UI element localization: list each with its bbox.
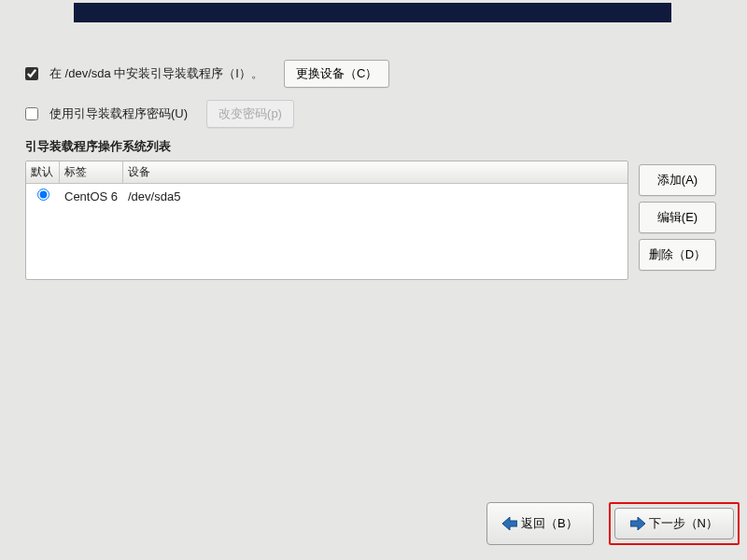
install-bootloader-checkbox[interactable]: [25, 67, 38, 80]
delete-button[interactable]: 删除（D）: [639, 239, 716, 271]
edit-button[interactable]: 编辑(E): [639, 202, 716, 233]
use-password-checkbox[interactable]: [25, 107, 38, 120]
col-device[interactable]: 设备: [123, 161, 627, 183]
back-button-label: 返回（B）: [521, 515, 578, 532]
svg-marker-0: [502, 517, 517, 530]
default-os-radio[interactable]: [37, 189, 49, 201]
next-button-highlight: 下一步（N）: [609, 502, 740, 545]
svg-marker-1: [630, 517, 645, 530]
row-default-cell: [26, 189, 60, 203]
use-password-row: 使用引导装载程序密码(U) 改变密码(p): [25, 100, 294, 128]
os-list-table: 默认 标签 设备 CentOS 6 /dev/sda5: [25, 161, 628, 280]
add-button[interactable]: 添加(A): [639, 164, 716, 196]
back-button[interactable]: 返回（B）: [486, 502, 594, 545]
row-device-cell: /dev/sda5: [123, 189, 627, 203]
change-password-button: 改变密码(p): [206, 100, 294, 128]
install-bootloader-row: 在 /dev/sda 中安装引导装载程序（I）。 更换设备（C）: [25, 60, 389, 88]
side-buttons: 添加(A) 编辑(E) 删除（D）: [639, 164, 716, 271]
col-default[interactable]: 默认: [26, 161, 60, 183]
install-bootloader-label: 在 /dev/sda 中安装引导装载程序（I）。: [49, 65, 263, 82]
arrow-left-icon: [502, 517, 517, 530]
arrow-right-icon: [630, 517, 645, 530]
col-label[interactable]: 标签: [60, 161, 123, 183]
next-button-label: 下一步（N）: [649, 515, 718, 532]
header-banner: [74, 3, 671, 22]
table-header: 默认 标签 设备: [26, 161, 627, 184]
footer-nav: 返回（B） 下一步（N）: [0, 502, 747, 545]
next-button[interactable]: 下一步（N）: [614, 508, 734, 539]
row-label-cell: CentOS 6: [60, 189, 123, 203]
use-password-label: 使用引导装载程序密码(U): [49, 105, 188, 122]
table-row[interactable]: CentOS 6 /dev/sda5: [26, 184, 627, 208]
os-list-title: 引导装载程序操作系统列表: [25, 138, 171, 155]
change-device-button[interactable]: 更换设备（C）: [284, 60, 389, 88]
